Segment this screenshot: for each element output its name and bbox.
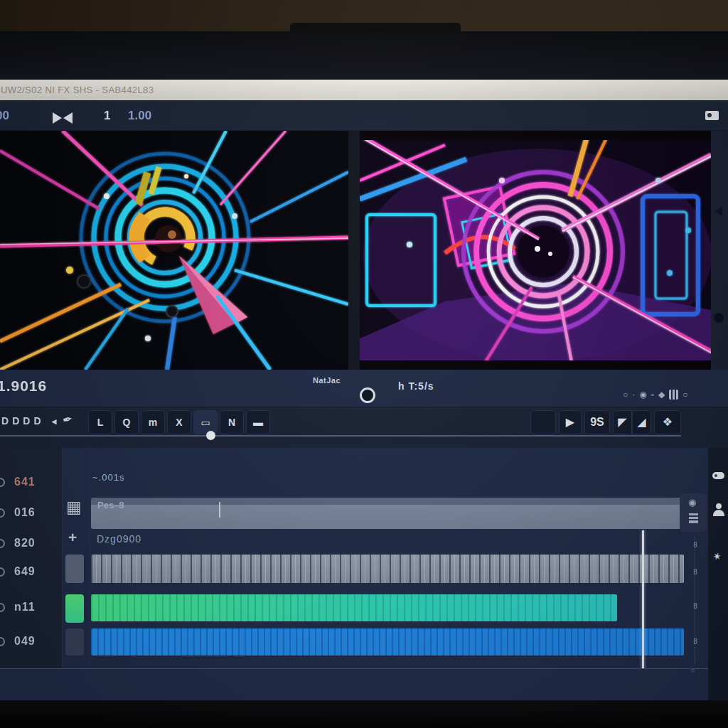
export-frame-icon[interactable]: ◆ <box>658 389 665 400</box>
safe-margins-icon[interactable]: ▫ <box>651 389 654 400</box>
zoom-slider-knob[interactable] <box>206 431 215 440</box>
levels-icon[interactable] <box>689 513 698 523</box>
track-toggle-icon[interactable] <box>0 539 5 548</box>
timecode-display[interactable]: 1.9016 <box>0 378 47 395</box>
zoom-level-value[interactable]: 1.00 <box>128 109 151 123</box>
hand-tool-button[interactable]: L <box>88 410 112 434</box>
right-dock-panel: ✶ <box>708 448 728 700</box>
marker-tool-button[interactable]: m <box>141 410 165 434</box>
source-monitor-video <box>0 131 348 370</box>
record-button[interactable] <box>360 387 375 403</box>
track-id: 016 <box>14 506 36 519</box>
zoom-slider-track[interactable] <box>0 435 681 437</box>
photo-of-laptop-screen: UW2/S02 NI FX SHS - SAB442L83 00 1 1.00 <box>0 0 728 728</box>
settings-icon[interactable]: ◉ <box>639 389 646 400</box>
room-background <box>0 0 728 31</box>
audio-clip-teal[interactable] <box>91 594 617 621</box>
video-clip-filmstrip[interactable] <box>91 555 684 583</box>
window-title: UW2/S02 NI FX SHS - SAB442L83 <box>1 85 154 95</box>
keyframe-icon[interactable] <box>53 112 73 124</box>
nested-sequence-bar[interactable]: Pes–8 <box>91 498 685 529</box>
blank-button[interactable] <box>530 410 556 434</box>
track-lock-icon[interactable]: 8 <box>690 601 700 611</box>
track-lock-icon[interactable]: 8 <box>690 567 700 577</box>
sphere-icon <box>714 313 724 323</box>
dot-icon[interactable]: · <box>632 389 635 400</box>
laptop-base <box>0 700 728 728</box>
track-header[interactable]: 649 <box>0 564 63 582</box>
program-monitor[interactable] <box>360 131 711 370</box>
track-id: 649 <box>14 565 36 578</box>
track-id: 820 <box>14 537 36 550</box>
playback-rate-label: h T:5/s <box>398 380 434 392</box>
track-tool-button[interactable]: N <box>220 410 244 434</box>
timeline-ruler-label: ~.001s <box>92 472 124 483</box>
pen-tool-icon[interactable]: ✒ <box>61 412 74 429</box>
zoom-tool-button[interactable]: Q <box>114 410 139 434</box>
output-icon[interactable]: ○ <box>682 389 687 400</box>
track-header[interactable]: 049 <box>0 634 63 651</box>
track-toggle-icon[interactable] <box>0 603 5 612</box>
track-header[interactable]: n11 <box>0 600 63 617</box>
play-button[interactable]: ▶ <box>559 410 582 434</box>
track-header[interactable]: 820 <box>0 536 63 553</box>
keyframe-tool-icon[interactable]: D <box>12 415 19 427</box>
track-color-chip-gray[interactable] <box>65 555 84 583</box>
editor-window: UW2/S02 NI FX SHS - SAB442L83 00 1 1.00 <box>0 80 728 700</box>
frame-count-value: 00 <box>0 109 9 123</box>
timeline-footer <box>0 669 728 700</box>
add-track-icon[interactable]: + <box>68 529 77 546</box>
monitor-control-bar: 1.9016 NatJac h T:5/s ○ · ◉ ▫ ◆ ○ <box>0 370 728 407</box>
track-color-chip-green[interactable] <box>65 594 84 623</box>
toggle-pill-icon[interactable] <box>712 472 724 479</box>
monitor-area: © <box>0 131 728 370</box>
track-header[interactable]: 016 <box>0 505 63 523</box>
track-toggle-icon[interactable] <box>0 567 5 577</box>
user-icon[interactable] <box>713 503 724 516</box>
settings-icon[interactable]: ◉ <box>688 497 696 508</box>
display-icon[interactable] <box>705 111 719 120</box>
move-button[interactable]: ❖ <box>654 410 681 434</box>
select-tool-button[interactable]: ▭ <box>193 410 218 434</box>
window-titlebar[interactable]: UW2/S02 NI FX SHS - SAB442L83 <box>0 80 728 100</box>
selection-arrow-icon[interactable]: ◄ <box>50 417 58 427</box>
track-lock-icon[interactable]: 8 <box>690 637 700 647</box>
audio-clip-blue[interactable] <box>91 628 684 655</box>
program-monitor-video <box>360 131 711 370</box>
sliders-icon[interactable] <box>669 390 678 400</box>
track-color-chip-dark[interactable] <box>65 628 84 655</box>
clip-name-label: NatJac <box>313 376 341 385</box>
timeline-panel: 641 016 820 649 n11 <box>0 448 728 700</box>
screen-bezel <box>0 31 728 80</box>
playhead[interactable] <box>642 530 644 681</box>
ramp-button[interactable]: ◢ <box>632 410 651 434</box>
sequence-marker <box>219 502 220 518</box>
grid-view-icon[interactable]: ▦ <box>66 498 82 517</box>
track-options-panel[interactable]: ◉ <box>680 493 707 532</box>
track-lock-icon[interactable]: 8 <box>690 540 700 550</box>
flag-button[interactable]: ◤ <box>613 410 632 434</box>
keyframe-tool-icon[interactable]: D <box>23 415 30 427</box>
scroll-end-icon: ○ <box>691 667 695 674</box>
track-header[interactable]: 641 <box>0 475 63 492</box>
razor-tool-button[interactable]: X <box>167 410 191 434</box>
track-id: n11 <box>14 601 36 614</box>
keyframe-tool-icon[interactable]: D <box>33 415 41 427</box>
track-toggle-icon[interactable] <box>0 508 5 518</box>
slip-tool-button[interactable]: ▬ <box>246 410 270 434</box>
track-toggle-icon[interactable] <box>0 637 5 646</box>
speed-button[interactable]: 9S <box>584 410 610 434</box>
effect-row-label: Dzg0900 <box>97 533 141 545</box>
source-monitor[interactable] <box>0 131 348 370</box>
track-toggle-icon[interactable] <box>0 478 5 487</box>
track-id: 049 <box>14 635 36 648</box>
sequence-label: Pes–8 <box>97 500 124 510</box>
keyframe-tool-icon[interactable]: D <box>1 415 9 427</box>
app-menubar: 00 1 1.00 <box>0 100 728 131</box>
keyframe-tools: D D D D <box>1 415 41 427</box>
loop-icon[interactable]: ○ <box>623 389 628 400</box>
webcam-notch <box>290 23 461 31</box>
collapse-arrow-icon[interactable] <box>715 206 722 216</box>
effects-sparkle-icon[interactable]: ✶ <box>710 549 723 564</box>
tools-toolbar: D D D D ◄ ✒ L Q m X ▭ N ▬ ▶ 9S ◤ ◢ ❖ <box>0 407 728 448</box>
